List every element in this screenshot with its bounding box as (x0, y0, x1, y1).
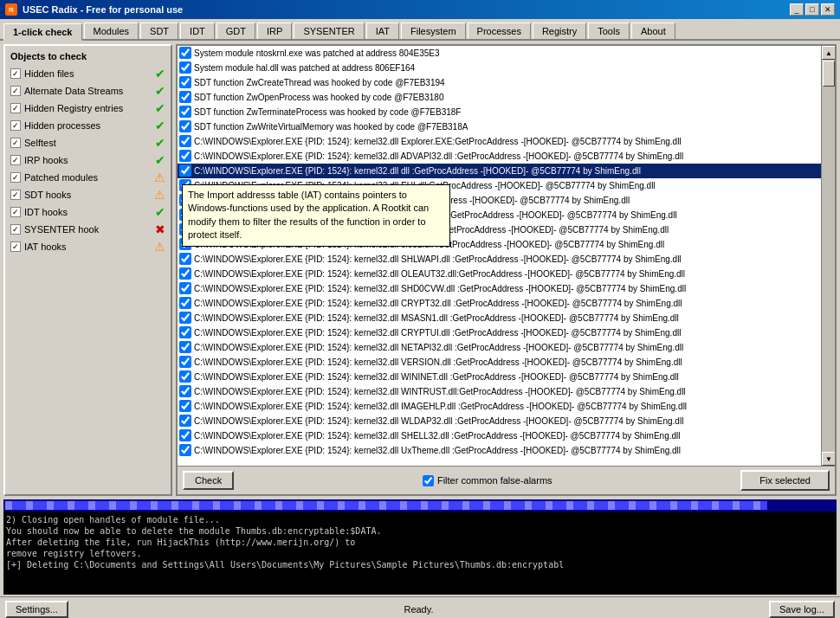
close-button[interactable]: ✕ (821, 3, 835, 16)
tab-gdt[interactable]: GDT (216, 23, 255, 39)
check-label: Selftest (24, 138, 56, 148)
checkbox-iat-hooks[interactable]: ✓ (10, 241, 21, 252)
result-item[interactable]: System module ntoskrnl.exe was patched a… (178, 46, 821, 61)
result-item[interactable]: C:\WINDOWS\Explorer.EXE {PID: 1524}: ker… (178, 370, 821, 384)
result-checkbox[interactable] (179, 135, 191, 147)
status-icon-warn: ⚠ (154, 188, 165, 202)
result-checkbox[interactable] (179, 429, 191, 441)
maximize-button[interactable]: □ (805, 3, 819, 16)
checkbox-idt-hooks[interactable]: ✓ (10, 207, 21, 217)
checkbox-hidden-files[interactable]: ✓ (10, 68, 21, 79)
check-button[interactable]: Check (183, 471, 234, 490)
tab-irp[interactable]: IRP (257, 23, 292, 39)
tab-processes[interactable]: Processes (468, 23, 531, 39)
result-checkbox[interactable] (179, 385, 191, 397)
checkbox-hidden-registry-entries[interactable]: ✓ (10, 103, 21, 113)
result-item[interactable]: C:\WINDOWS\Explorer.EXE {PID: 1524}: ker… (178, 340, 821, 355)
result-checkbox[interactable] (179, 164, 191, 177)
result-checkbox[interactable] (179, 253, 191, 265)
result-item[interactable]: C:\WINDOWS\Explorer.EXE {PID: 1524}: ker… (178, 311, 821, 325)
progress-block (345, 501, 352, 510)
checkbox-sdt-hooks[interactable]: ✓ (10, 190, 21, 200)
progress-block (539, 501, 546, 510)
minimize-button[interactable]: _ (790, 3, 804, 16)
result-checkbox[interactable] (179, 444, 191, 456)
tab-modules[interactable]: Modules (84, 23, 139, 39)
result-text: System module hal.dll was patched at add… (194, 63, 819, 73)
progress-block (566, 501, 573, 510)
result-checkbox[interactable] (179, 150, 191, 162)
result-item[interactable]: System module hal.dll was patched at add… (178, 61, 821, 75)
result-item[interactable]: C:\WINDOWS\Explorer.EXE {PID: 1524}: ker… (178, 414, 821, 428)
filter-label: Filter common false-alarms (437, 475, 552, 486)
tab-iat[interactable]: IAT (366, 23, 399, 39)
result-item[interactable]: C:\WINDOWS\Explorer.EXE {PID: 1524}: ker… (178, 134, 821, 149)
result-checkbox[interactable] (179, 76, 191, 88)
scroll-up-button[interactable]: ▲ (822, 46, 835, 60)
result-item[interactable]: C:\WINDOWS\Explorer.EXE {PID: 1524}: ker… (178, 399, 821, 414)
result-item[interactable]: C:\WINDOWS\Explorer.EXE {PID: 1524}: ker… (178, 443, 821, 458)
result-item[interactable]: SDT function ZwWriteVirtualMemory was ho… (178, 119, 821, 134)
scroll-down-button[interactable]: ▼ (822, 452, 835, 466)
result-item[interactable]: C:\WINDOWS\Explorer.EXE {PID: 1524}: ker… (178, 281, 821, 296)
result-item[interactable]: C:\WINDOWS\Explorer.EXE {PID: 1524}: ker… (178, 428, 821, 443)
tab-sdt[interactable]: SDT (140, 23, 178, 39)
result-item[interactable]: SDT function ZwOpenProcess was hooked by… (178, 90, 821, 105)
result-item[interactable]: C:\WINDOWS\Explorer.EXE {PID: 1524}: ker… (178, 384, 821, 399)
result-checkbox[interactable] (179, 91, 191, 103)
filter-checkbox[interactable] (423, 475, 434, 486)
result-item[interactable]: C:\WINDOWS\Explorer.EXE {PID: 1524}: ker… (178, 252, 821, 267)
fix-selected-button[interactable]: Fix selected (740, 470, 830, 491)
progress-block (81, 501, 88, 510)
progress-block (691, 501, 698, 510)
result-checkbox[interactable] (179, 297, 191, 309)
result-checkbox[interactable] (179, 267, 191, 280)
progress-block (698, 501, 705, 510)
progress-block (663, 501, 670, 510)
progress-block (227, 501, 234, 510)
result-checkbox[interactable] (179, 415, 191, 427)
progress-block (12, 501, 19, 510)
result-checkbox[interactable] (179, 61, 191, 74)
checkbox-sysenter-hook[interactable]: ✓ (10, 224, 21, 235)
result-checkbox[interactable] (179, 106, 191, 118)
progress-block (552, 501, 559, 510)
result-checkbox[interactable] (179, 356, 191, 368)
progress-block (677, 501, 684, 510)
result-checkbox[interactable] (179, 341, 191, 353)
result-item[interactable]: SDT function ZwCreateThread was hooked b… (178, 75, 821, 90)
progress-block (705, 501, 712, 510)
checkbox-hidden-processes[interactable]: ✓ (10, 120, 21, 131)
result-item[interactable]: C:\WINDOWS\Explorer.EXE {PID: 1524}: ker… (178, 267, 821, 281)
result-checkbox[interactable] (179, 282, 191, 294)
result-item[interactable]: C:\WINDOWS\Explorer.EXE {PID: 1524}: ker… (178, 355, 821, 370)
tab-idt[interactable]: IDT (180, 23, 215, 39)
tab-filesystem[interactable]: Filesystem (401, 23, 466, 39)
progress-block (462, 501, 469, 510)
result-item[interactable]: SDT function ZwTerminateProcess was hook… (178, 105, 821, 119)
result-item[interactable]: C:\WINDOWS\Explorer.EXE {PID: 1524}: ker… (178, 164, 821, 178)
checkbox-alternate-data-streams[interactable]: ✓ (10, 86, 21, 96)
result-checkbox[interactable] (179, 120, 191, 132)
check-item-sdt-hooks: ✓SDT hooks⚠ (10, 188, 165, 202)
result-item[interactable]: C:\WINDOWS\Explorer.EXE {PID: 1524}: ker… (178, 149, 821, 164)
window-title: USEC Radix - Free for personal use (23, 4, 183, 15)
result-item[interactable]: C:\WINDOWS\Explorer.EXE {PID: 1524}: ker… (178, 325, 821, 340)
result-checkbox[interactable] (179, 326, 191, 338)
checkbox-patched-modules[interactable]: ✓ (10, 172, 21, 183)
tab-1-click-check[interactable]: 1-click check (3, 23, 82, 41)
tab-sysenter[interactable]: SYSENTER (294, 23, 364, 39)
checkbox-irp-hooks[interactable]: ✓ (10, 155, 21, 165)
progress-block (573, 501, 580, 510)
settings-button[interactable]: Settings... (5, 601, 68, 618)
result-checkbox[interactable] (179, 47, 191, 59)
save-log-button[interactable]: Save log... (769, 601, 835, 618)
result-item[interactable]: C:\WINDOWS\Explorer.EXE {PID: 1524}: ker… (178, 296, 821, 311)
result-checkbox[interactable] (179, 400, 191, 412)
result-checkbox[interactable] (179, 312, 191, 324)
tab-registry[interactable]: Registry (533, 23, 586, 39)
tab-about[interactable]: About (631, 23, 675, 39)
result-checkbox[interactable] (179, 370, 191, 383)
tab-tools[interactable]: Tools (588, 23, 630, 39)
checkbox-selftest[interactable]: ✓ (10, 138, 21, 148)
